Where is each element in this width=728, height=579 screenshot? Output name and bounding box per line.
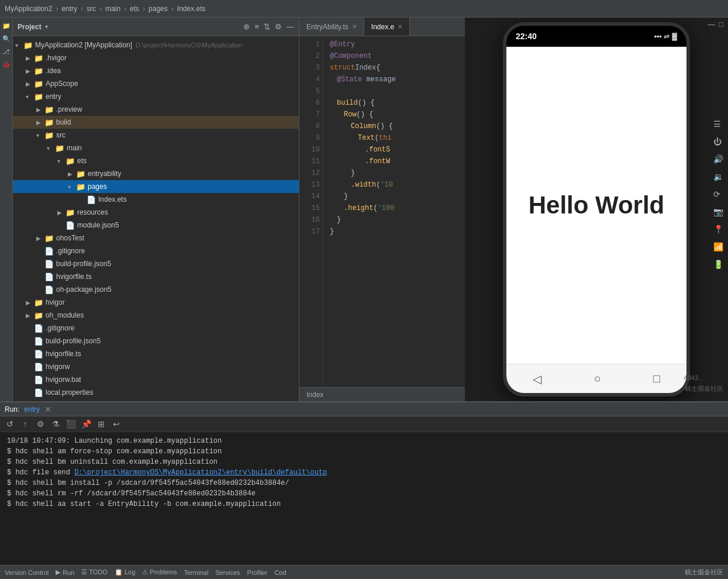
tree-item-buildprofile[interactable]: ▶ 📄 build-profile.json5 (13, 257, 299, 270)
tree-item-localprops[interactable]: ▶ 📄 local.properties (13, 386, 299, 399)
sidebar-icon-search[interactable]: 🔍 (1, 33, 12, 44)
run-icon: ▶ (56, 568, 60, 576)
wrap-icon[interactable]: ↩ (110, 418, 123, 430)
terminal-output[interactable]: 10/18 10:47:09: Launching com.example.my… (0, 432, 728, 565)
terminal-label: Terminal (184, 569, 209, 576)
phone-nav-bar: ◁ ○ □ (506, 364, 686, 393)
rerun-icon[interactable]: ↺ (4, 418, 16, 430)
tree-item-ets[interactable]: ▾ 📁 ets (13, 154, 299, 167)
tree-item-ohostest[interactable]: ▶ 📁 ohosTest (13, 232, 299, 244)
status-cod[interactable]: Cod (274, 569, 286, 576)
terminal-link[interactable]: D:\project\HarmonyOS\MyApplication2\entr… (74, 468, 327, 477)
services-label: Services (215, 569, 240, 576)
status-todo[interactable]: ☰ TODO (81, 568, 107, 576)
breadcrumb-item[interactable]: entry (61, 5, 77, 13)
tree-item-pages[interactable]: ▾ 📁 pages (13, 180, 299, 193)
phone-screen: Hello World (506, 47, 686, 364)
status-profiler[interactable]: Profiler (247, 569, 268, 576)
tab-entryability[interactable]: EntryAbility.ts ✕ (299, 18, 364, 36)
scroll-up-icon[interactable]: ↑ (19, 418, 32, 430)
status-problems[interactable]: ⚠ Problems (142, 568, 177, 576)
tree-item-hvigorfilerts[interactable]: ▶ 📄 hvigorfile.ts (13, 347, 299, 360)
stop-icon[interactable]: ⬛ (64, 418, 77, 430)
power-icon[interactable]: ⏻ (713, 137, 723, 146)
volume-down-icon[interactable]: 🔉 (713, 172, 723, 181)
status-services[interactable]: Services (215, 569, 240, 576)
screen-rotate-icon[interactable]: ⟳ (713, 189, 723, 199)
close-panel-icon[interactable]: — (287, 22, 294, 31)
breadcrumb-item[interactable]: ets (130, 5, 139, 13)
run-toolbar: ↺ ↑ ⚙ ⚗ ⬛ 📌 ⊞ ↩ (0, 416, 728, 432)
tree-item-preview[interactable]: ▶ 📁 .preview (13, 103, 299, 116)
left-sidebar-icons: 📁 🔍 ⎇ 🐞 (0, 18, 13, 401)
nav-home-icon[interactable]: ○ (594, 372, 601, 385)
editor-footer-label: Index (306, 391, 323, 399)
pin-icon[interactable]: 📌 (80, 418, 92, 430)
breadcrumb-item[interactable]: main (105, 5, 120, 13)
hamburger-icon[interactable]: ☰ (713, 119, 723, 129)
status-log[interactable]: 📋 Log (115, 568, 135, 576)
breadcrumb-item[interactable]: pages (149, 5, 168, 13)
status-terminal[interactable]: Terminal (184, 569, 209, 576)
layout-icon[interactable]: ⊞ (95, 418, 108, 430)
tree-item-entry[interactable]: ▾ 📁 entry (13, 90, 299, 103)
code-editor[interactable]: @Entry @Component struct Index { @State … (323, 36, 465, 387)
status-version-control[interactable]: Version Control (5, 569, 49, 576)
settings-icon[interactable]: ⚙ (275, 22, 282, 31)
phone-sidebar: ☰ ⏻ 🔊 🔉 ⟳ 📷 📍 📶 🔋 (713, 119, 723, 269)
maximize-icon[interactable]: □ (719, 20, 723, 29)
sidebar-icon-git[interactable]: ⎇ (1, 46, 12, 57)
tree-item-ohpackage[interactable]: ▶ 📄 oh-package.json5 (13, 283, 299, 296)
tree-item-gitignoreroot[interactable]: ▶ 📄 .gitignore (13, 322, 299, 335)
location-icon[interactable]: 📍 (713, 225, 723, 234)
phone-battery-icon[interactable]: 🔋 (713, 260, 723, 269)
file-tree-header: Project ▾ ⊕ ≡ ⇅ ⚙ — (13, 18, 299, 36)
breadcrumb-item[interactable]: MyApplication2 (5, 5, 52, 13)
tab-close-icon[interactable]: ✕ (352, 23, 357, 30)
sort-icon[interactable]: ⇅ (264, 22, 270, 31)
screenshot-icon[interactable]: 📷 (713, 207, 723, 216)
tree-item-main[interactable]: ▾ 📁 main (13, 142, 299, 154)
locate-icon[interactable]: ⊕ (243, 22, 250, 31)
tab-close-icon[interactable]: ✕ (398, 23, 402, 30)
tree-item-buildprofileroot[interactable]: ▶ 📄 build-profile.json5 (13, 335, 299, 347)
breadcrumb-item[interactable]: src (87, 5, 96, 13)
tree-item-build[interactable]: ▶ 📁 build (13, 116, 299, 129)
tree-item-hvigor[interactable]: ▶ 📁 .hvigor (13, 51, 299, 64)
collapse-icon[interactable]: ≡ (254, 22, 259, 31)
tree-item-entryability[interactable]: ▶ 📁 entryability (13, 167, 299, 180)
nav-back-icon[interactable]: ◁ (533, 372, 541, 386)
settings-run-icon[interactable]: ⚙ (34, 418, 47, 430)
right-watermark: 稿士掘金社区 (685, 568, 723, 577)
tab-label: EntryAbility.ts (306, 23, 349, 31)
terminal-line: $ hdc shell am force-stop com.example.my… (7, 446, 721, 457)
profiler-label: Profiler (247, 569, 268, 576)
breadcrumb-item[interactable]: Index.ets (177, 5, 206, 13)
tree-item-indexets[interactable]: ▶ 📄 Index.ets (13, 193, 299, 206)
tree-item-modulejson5[interactable]: ▶ 📄 module.json5 (13, 219, 299, 232)
tree-item-gitignore[interactable]: ▶ 📄 .gitignore (13, 244, 299, 257)
tree-item-idea[interactable]: ▶ 📁 .idea (13, 64, 299, 77)
tree-item-src[interactable]: ▾ 📁 src (13, 129, 299, 142)
nav-recent-icon[interactable]: □ (653, 372, 660, 385)
wifi-icon[interactable]: 📶 (713, 242, 723, 251)
sidebar-icon-debug[interactable]: 🐞 (1, 58, 12, 70)
tree-item-hvigorw[interactable]: ▶ 📄 hvigorw (13, 360, 299, 373)
dropdown-arrow-icon[interactable]: ▾ (45, 23, 48, 30)
phone-preview-panel: — □ ☰ ⏻ 🔊 🔉 ⟳ 📷 📍 📶 🔋 22:40 ▪▪▪ ⇌ ▓ (465, 18, 728, 401)
tree-item-resources[interactable]: ▶ 📁 resources (13, 206, 299, 219)
sidebar-icon-folder[interactable]: 📁 (1, 20, 12, 32)
status-run[interactable]: ▶ Run (56, 568, 74, 576)
tree-item-ohmodules[interactable]: ▶ 📁 oh_modules (13, 309, 299, 322)
minimize-icon[interactable]: — (708, 20, 715, 29)
tree-item-hvigorwbat[interactable]: ▶ 📄 hvigorw.bat (13, 373, 299, 386)
tab-indexets[interactable]: Index.e ✕ (364, 18, 410, 36)
version-control-label: Version Control (5, 569, 49, 576)
volume-up-icon[interactable]: 🔊 (713, 154, 723, 164)
run-tab-close-icon[interactable]: ✕ (44, 405, 51, 414)
tree-item-root[interactable]: ▾ 📁 MyApplication2 [MyApplication] D:\pr… (13, 39, 299, 51)
filter-icon[interactable]: ⚗ (49, 418, 62, 430)
tree-item-hvigorroot[interactable]: ▶ 📁 hvigor (13, 296, 299, 309)
tree-item-hvigorfile[interactable]: ▶ 📄 hvigorfile.ts (13, 270, 299, 283)
tree-item-appscope[interactable]: ▶ 📁 AppScope (13, 77, 299, 90)
